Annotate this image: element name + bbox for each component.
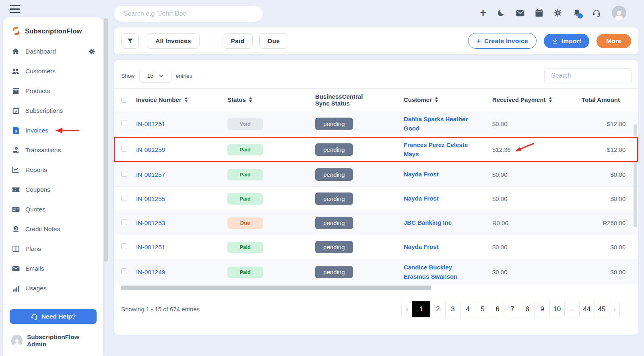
create-invoice-button[interactable]: + Create Invoice (468, 33, 537, 49)
sidebar-item-reports[interactable]: Reports (3, 160, 103, 180)
invoice-number-link[interactable]: IN-001261 (136, 120, 165, 127)
pagination-page-45[interactable]: 45 (594, 301, 609, 317)
filter-all-invoices-button[interactable]: All Invoices (147, 33, 200, 49)
row-checkbox[interactable] (121, 120, 127, 126)
page-size-select[interactable]: 15 (139, 69, 171, 83)
sidebar-item-products[interactable]: Products (3, 81, 103, 101)
notification-badge (578, 13, 583, 19)
row-checkbox[interactable] (121, 219, 127, 225)
sort-icon[interactable] (184, 97, 188, 102)
sync-status-badge: pending (315, 217, 353, 229)
filter-paid-button[interactable]: Paid (223, 33, 253, 49)
pagination-page-6[interactable]: 6 (490, 301, 505, 317)
sidebar-item-transactions[interactable]: $ Transactions (3, 140, 103, 160)
need-help-button[interactable]: Need Help? (10, 309, 97, 324)
filter-button[interactable] (121, 33, 139, 49)
status-badge: Paid (227, 144, 263, 155)
row-checkbox[interactable] (121, 146, 127, 152)
invoice-number-link[interactable]: IN-001251 (136, 244, 165, 250)
showing-entries-text: Showing 1 - 15 of 674 entries (121, 306, 200, 313)
user-avatar[interactable] (612, 6, 626, 20)
status-badge: Paid (227, 267, 263, 278)
transactions-icon: $ (11, 147, 20, 153)
customer-link[interactable]: JBC Banking Inc (404, 218, 467, 228)
sort-icon[interactable] (549, 97, 552, 102)
customer-link[interactable]: Nayda Frost (404, 170, 454, 179)
pagination-page-2[interactable]: 2 (430, 301, 446, 317)
sidebar-item-emails[interactable]: Emails (3, 259, 103, 278)
reports-icon (11, 166, 20, 173)
entries-label: entries (176, 73, 192, 79)
table-row: IN-001261 Void pending Dahlia Sparks Hea… (114, 111, 638, 137)
customer-link[interactable]: Nayda Frost (404, 194, 454, 203)
sidebar-item-invoices[interactable]: $ Invoices (3, 120, 103, 140)
hamburger-menu-icon[interactable] (10, 5, 20, 13)
users-icon (11, 68, 20, 75)
pagination-page-7[interactable]: 7 (505, 301, 520, 317)
table-search-input[interactable] (544, 68, 632, 83)
brand-name: SubscriptionFlow (25, 27, 82, 35)
invoice-number-link[interactable]: IN-001255 (136, 195, 165, 202)
pagination-page-9[interactable]: 9 (535, 301, 550, 317)
pagination-page-4[interactable]: 4 (460, 301, 475, 317)
import-button[interactable]: Import (544, 34, 589, 48)
dashboard-settings-gear-icon[interactable] (89, 48, 95, 55)
pagination-page-8[interactable]: 8 (520, 301, 535, 317)
sidebar-item-quotes[interactable]: Quotes (3, 199, 103, 219)
invoice-number-link[interactable]: IN-001253 (136, 219, 165, 226)
pagination-page-1[interactable]: 1 (412, 301, 431, 317)
horizontal-scrollbar[interactable] (121, 286, 431, 290)
sort-icon[interactable] (249, 97, 252, 102)
global-search-input[interactable] (114, 6, 263, 22)
pagination-page-10[interactable]: 10 (549, 301, 565, 317)
sidebar-item-subscriptions[interactable]: Subscriptions (3, 101, 103, 120)
invoice-number-link[interactable]: IN-001249 (136, 269, 165, 275)
support-icon[interactable] (592, 8, 601, 17)
row-checkbox[interactable] (121, 268, 127, 274)
row-checkbox[interactable] (121, 171, 127, 177)
credit-notes-icon: $ (11, 226, 20, 232)
pagination-page-44[interactable]: 44 (579, 301, 594, 317)
select-all-checkbox[interactable] (121, 97, 127, 103)
customer-link[interactable]: Nayda Frost (404, 242, 454, 252)
sidebar-item-usages[interactable]: Usages (3, 278, 103, 298)
invoice-number-link[interactable]: IN-001259 (136, 146, 165, 153)
sync-status-badge: pending (315, 168, 353, 181)
plus-icon[interactable]: + (480, 7, 486, 19)
sync-status-badge: pending (315, 192, 353, 205)
filter-due-button[interactable]: Due (259, 33, 288, 49)
more-button[interactable]: More (597, 34, 631, 48)
sidebar-item-plans[interactable]: Plans (3, 239, 103, 259)
sort-icon[interactable] (435, 97, 438, 102)
row-checkbox[interactable] (121, 195, 127, 201)
table-header-row: Invoice NumberStatusBusinessCentral Sync… (114, 88, 638, 111)
column-header-total-amount: Total Amount (582, 96, 631, 103)
table-row: IN-001249 Paid pending Candice Buckley E… (114, 259, 638, 285)
bell-icon[interactable] (573, 8, 581, 17)
subscriptionflow-logo-icon (11, 26, 21, 36)
pagination-page-3[interactable]: 3 (445, 301, 460, 317)
customer-link[interactable]: Dahlia Sparks Heather Good (404, 115, 492, 133)
pagination-ellipsis[interactable]: ... (564, 301, 580, 317)
sidebar-scrollbar[interactable] (104, 18, 108, 262)
sidebar-item-customers[interactable]: Customers (3, 61, 103, 81)
pagination-next-button[interactable]: › (609, 301, 620, 317)
customer-link[interactable]: Candice Buckley Erasmus Swanson (404, 263, 492, 281)
svg-text:$: $ (14, 129, 17, 133)
download-icon (552, 38, 558, 44)
sidebar-item-credit-notes[interactable]: $ Credit Notes (3, 219, 103, 239)
sidebar-item-dashboard[interactable]: Dashboard (3, 41, 103, 61)
admin-profile[interactable]: SubscriptionFlow Admin (11, 333, 95, 348)
row-checkbox[interactable] (121, 243, 127, 249)
invoice-number-link[interactable]: IN-001257 (136, 171, 165, 178)
plus-icon: + (477, 37, 481, 45)
sidebar-item-coupons[interactable]: Coupons (3, 180, 103, 199)
pagination-prev-button[interactable]: ‹ (401, 301, 412, 317)
customer-link[interactable]: Frances Perez Celeste Mays (404, 141, 492, 159)
moon-icon[interactable] (497, 9, 505, 17)
brand: SubscriptionFlow (3, 17, 103, 39)
mail-icon[interactable] (516, 10, 524, 17)
calendar-icon[interactable] (535, 9, 543, 17)
pagination-page-5[interactable]: 5 (475, 301, 490, 317)
gear-icon[interactable] (554, 9, 562, 17)
